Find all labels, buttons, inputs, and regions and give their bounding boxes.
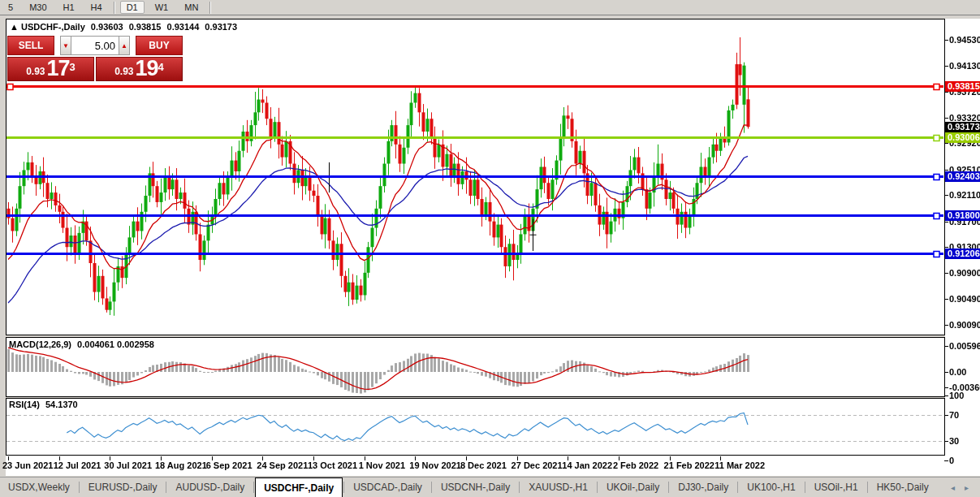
tab-separator [737, 482, 738, 493]
chart-title: ▲ USDCHF-,Daily 0.93603 0.93815 0.93144 … [10, 22, 237, 32]
chart-tab-xauusd-h1[interactable]: XAUUSD-,H1 [520, 478, 596, 497]
collapse-chevron-icon[interactable]: ▲ [10, 22, 19, 32]
ohlc-low: 0.93144 [167, 22, 200, 32]
tab-separator [253, 482, 254, 493]
chart-tab-uk100-h1[interactable]: UK100-,H1 [739, 478, 803, 497]
tab-separator [597, 482, 598, 493]
tab-separator [519, 482, 520, 493]
tab-separator [867, 482, 868, 493]
chart-tab-dj30-daily[interactable]: DJ30-,Daily [670, 478, 736, 497]
tab-scroll-arrows: ◂▸ [946, 478, 980, 497]
macd-tick-label: 0.00 [949, 367, 966, 377]
current-price-tag: 0.93173 [945, 122, 980, 132]
price-tick-label: 0.92110 [949, 190, 980, 200]
macd-indicator-label: MACD(12,26,9) 0.004061 0.002958 [9, 339, 154, 349]
sell-price-pip: 3 [70, 58, 76, 77]
tab-separator [668, 482, 669, 493]
buy-price-pip: 4 [158, 58, 164, 77]
price-tick-label: 0.94530 [949, 35, 980, 45]
macd-tick-label: 0.005963 [949, 341, 980, 351]
date-tick-label: 18 Aug 2021 [155, 460, 207, 470]
rsi-name: RSI(14) [9, 400, 40, 409]
chart-tab-bar: USDX,WeeklyEURUSD-,DailyAUDUSD-,DailyUSD… [0, 477, 980, 497]
date-tick-label: 2 Feb 2022 [613, 460, 658, 470]
level-price-tag: 0.93006 [945, 132, 980, 143]
chart-tab-usoil-h1[interactable]: USOil-,H1 [806, 478, 866, 497]
price-tick-label: 0.94130 [949, 61, 980, 71]
date-tick-label: 14 Jan 2022 [562, 460, 612, 470]
ohlc-close: 0.93173 [205, 22, 237, 32]
ohlc-open: 0.93603 [91, 22, 123, 32]
sell-price-prefix: 0.93 [26, 63, 45, 80]
level-price-tag: 0.91800 [945, 210, 980, 221]
tab-separator [343, 482, 344, 493]
macd-values: 0.004061 0.002958 [77, 339, 154, 349]
buy-price-big: 19 [136, 58, 158, 80]
buy-price-prefix: 0.93 [114, 63, 133, 80]
chart-tab-usdchf-daily[interactable]: USDCHF-,Daily [255, 478, 343, 497]
tab-separator [166, 482, 166, 493]
rsi-indicator-label: RSI(14) 54.1370 [9, 400, 78, 409]
date-tick-label: 6 Sep 2021 [206, 460, 253, 470]
one-click-trade-panel: SELL ▼ ▲ BUY 0.93 17 3 0.93 19 4 [7, 36, 183, 81]
trading-terminal-window: 5M30H1H4D1W1MN ▲ USDCHF-,Daily 0.93603 0… [0, 0, 980, 497]
sell-price-box[interactable]: 0.93 17 3 [7, 57, 94, 81]
chart-tab-audusd-daily[interactable]: AUDUSD-,Daily [167, 478, 253, 497]
date-tick-label: 27 Dec 2021 [512, 460, 563, 470]
chart-symbol-label: USDCHF-,Daily [21, 22, 85, 32]
ohlc-high: 0.93815 [129, 22, 162, 32]
amount-decrease-button[interactable]: ▼ [60, 36, 71, 55]
date-tick-label: 23 Jun 2021 [2, 460, 53, 470]
date-tick-label: 24 Sep 2021 [257, 460, 308, 470]
chart-tab-usdcnh-daily[interactable]: USDCNH-,Daily [433, 478, 518, 497]
tab-separator [431, 482, 432, 493]
price-tick-label: 0.90900 [949, 268, 980, 278]
price-tick-label: 0.90490 [949, 294, 980, 304]
trade-amount-input[interactable] [71, 36, 119, 55]
price-tick-label: 0.93320 [949, 113, 980, 123]
level-price-tag: 0.93815 [945, 81, 980, 92]
date-tick-label: 21 Feb 2022 [664, 460, 714, 470]
chart-tab-usdcad-daily[interactable]: USDCAD-,Daily [345, 478, 430, 497]
chart-tab-usdx-weekly[interactable]: USDX,Weekly [0, 478, 78, 497]
chart-tab-eurusd-daily[interactable]: EURUSD-,Daily [80, 478, 166, 497]
price-tick-label: 0.90090 [949, 320, 980, 330]
date-tick-label: 1 Nov 2021 [359, 460, 405, 470]
tab-scroll-right-icon[interactable]: ▸ [960, 483, 974, 492]
rsi-tick-label: 70 [949, 410, 959, 420]
rsi-tick-label: 0 [949, 456, 954, 465]
date-tick-label: 19 Nov 2021 [409, 460, 461, 470]
tab-separator [79, 482, 80, 493]
rsi-tick-label: 100 [949, 391, 964, 400]
date-tick-label: 12 Jul 2021 [54, 460, 101, 470]
tab-scroll-left-icon[interactable]: ◂ [946, 483, 960, 492]
level-price-tag: 0.92403 [945, 171, 980, 182]
chart-tab-hk50-daily[interactable]: HK50-,Daily [869, 478, 937, 497]
macd-name: MACD(12,26,9) [9, 339, 71, 349]
rsi-value: 54.1370 [45, 400, 78, 409]
date-tick-label: 13 Oct 2021 [308, 460, 357, 470]
sell-button[interactable]: SELL [7, 36, 54, 55]
amount-increase-button[interactable]: ▲ [119, 36, 130, 55]
sell-price-big: 17 [47, 58, 70, 80]
date-tick-label: 30 Jul 2021 [104, 460, 152, 470]
chart-tab-ukoil-daily[interactable]: UKOil-,Daily [598, 478, 667, 497]
level-price-tag: 0.91206 [945, 248, 980, 259]
buy-button[interactable]: BUY [136, 36, 183, 55]
date-tick-label: 8 Dec 2021 [460, 460, 507, 470]
buy-price-box[interactable]: 0.93 19 4 [96, 57, 183, 81]
tab-separator [805, 482, 805, 493]
rsi-tick-label: 30 [949, 436, 959, 446]
date-tick-label: 11 Mar 2022 [714, 460, 765, 470]
